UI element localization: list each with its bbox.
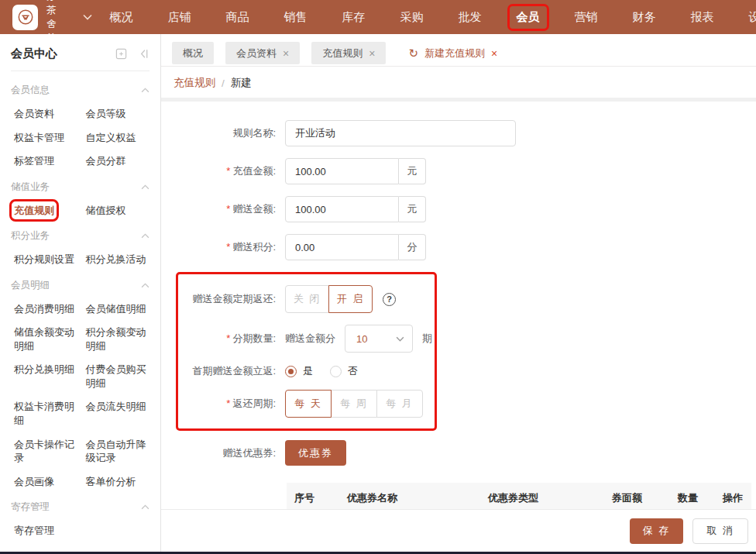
sidebar-item-权益卡消费明细[interactable]: 权益卡消费明细 [14,400,78,427]
tab-会员资料[interactable]: 会员资料× [225,42,300,64]
return-cycle-option-每月[interactable]: 每 月 [376,390,423,418]
sidebar-item-会员储值明细[interactable]: 会员储值明细 [86,302,150,316]
gift-amount-label: *赠送金额: [183,202,285,216]
coupon-column-优惠券类型: 优惠券类型 [480,491,604,505]
nav-item-会员[interactable]: 会员 [510,6,547,29]
nav-item-营销[interactable]: 营销 [568,6,605,29]
recharge-rule-form: 规则名称: *充值金额: 元 *赠送金额: 元 [161,102,756,509]
coupon-column-券面额: 券面额 [604,491,670,505]
sidebar-item-标签管理[interactable]: 标签管理 [14,154,78,168]
sidebar-section-储值业务[interactable]: 储值业务 [11,181,149,194]
chevron-up-icon [141,283,149,288]
sidebar-item-会员消费明细[interactable]: 会员消费明细 [14,302,78,316]
nav-item-店铺[interactable]: 店铺 [161,6,198,29]
nav-item-库存[interactable]: 库存 [335,6,373,29]
sidebar-title: 会员中心 [11,46,115,61]
top-navigation-bar: 姑苏茶舍 总部 概况店铺商品销售库存采购批发会员营销财务报表设置 应用 [0,0,756,34]
sidebar-section-会员明细[interactable]: 会员明细 [11,279,149,292]
nav-item-报表[interactable]: 报表 [684,6,721,29]
recharge-amount-input[interactable] [285,158,399,184]
nav-item-批发[interactable]: 批发 [452,6,489,29]
sidebar-item-会员分群[interactable]: 会员分群 [86,154,150,168]
sidebar-item-会员画像[interactable]: 会员画像 [14,475,78,489]
sidebar-section-寄存管理[interactable]: 寄存管理 [11,501,149,514]
app-window: 姑苏茶舍 总部 概况店铺商品销售库存采购批发会员营销财务报表设置 应用 会员中心 [0,0,756,554]
first-return-label: 首期赠送金额立返: [183,364,285,378]
sidebar-item-积分规则设置[interactable]: 积分规则设置 [14,253,78,267]
close-tab-icon[interactable]: × [369,47,375,60]
radio-selected-icon [285,366,297,377]
return-cycle-option-每天[interactable]: 每 天 [285,390,332,418]
first-return-no-radio[interactable]: 否 [330,364,358,378]
sidebar-item-付费会员购买明细[interactable]: 付费会员购买明细 [86,363,150,390]
chevron-up-icon [141,88,149,93]
return-cycle-group: 每 天每 周每 月 [285,390,423,418]
sidebar-item-寄存管理[interactable]: 寄存管理 [14,524,78,538]
nav-item-商品[interactable]: 商品 [219,6,256,29]
first-return-yes-radio[interactable]: 是 [285,364,313,378]
sidebar-item-会员资料[interactable]: 会员资料 [14,107,78,121]
gift-points-input[interactable] [285,234,399,260]
tab-充值规则[interactable]: 充值规则× [311,42,386,64]
chevron-up-icon [141,504,149,510]
open-tabs-bar: 概况会员资料×充值规则×↻新建充值规则× [161,34,756,67]
nav-item-财务[interactable]: 财务 [626,6,663,29]
main-content: 概况会员资料×充值规则×↻新建充值规则× 充值规则 / 新建 规则名称: *充值… [161,34,756,552]
sidebar-item-客单价分析[interactable]: 客单价分析 [86,475,150,489]
sidebar-section-积分业务[interactable]: 积分业务 [11,229,149,243]
rule-name-input[interactable] [285,120,516,146]
close-tab-icon[interactable]: × [491,47,497,60]
installments-select[interactable]: 10 [345,325,413,353]
sidebar-section-会员信息[interactable]: 会员信息 [11,84,149,97]
sidebar-item-积分兑换活动[interactable]: 积分兑换活动 [86,253,150,267]
chevron-up-icon [141,233,149,239]
periodic-return-on-button[interactable]: 开 启 [328,285,373,313]
tab-label: 充值规则 [322,46,363,60]
gift-amount-input[interactable] [285,196,399,222]
coupon-table: 序号优惠券名称优惠券类型券面额数量操作 [287,483,751,509]
help-icon[interactable]: ? [383,293,396,306]
coupon-table-header: 序号优惠券名称优惠券类型券面额数量操作 [287,483,751,509]
sidebar-item-会员自动升降级记录[interactable]: 会员自动升降级记录 [86,438,150,465]
form-action-bar: 保 存 取 消 [161,509,756,552]
nav-item-概况[interactable]: 概况 [103,6,140,29]
sidebar-item-会员卡操作记录[interactable]: 会员卡操作记录 [14,438,78,465]
save-button[interactable]: 保 存 [630,518,684,544]
gift-coupon-label: 赠送优惠券: [183,446,285,460]
sidebar-item-积分兑换明细[interactable]: 积分兑换明细 [14,363,78,390]
nav-item-采购[interactable]: 采购 [393,6,431,29]
tab-label: 会员资料 [236,46,277,60]
brand-logo-icon [12,5,38,30]
nav-item-销售[interactable]: 销售 [277,6,314,29]
tab-新建充值规则[interactable]: ↻新建充值规则× [397,42,508,64]
nav-item-设置[interactable]: 设置 [742,6,756,29]
breadcrumb-current: 新建 [231,76,252,90]
tab-概况[interactable]: 概况 [172,42,214,64]
periodic-return-off-button[interactable]: 关 闭 [285,285,329,313]
sidebar-item-储值余额变动明细[interactable]: 储值余额变动明细 [14,325,78,353]
breadcrumb-parent-link[interactable]: 充值规则 [174,76,215,90]
recharge-amount-label: *充值金额: [183,164,285,178]
coupon-button[interactable]: 优惠券 [285,440,346,466]
refresh-icon[interactable]: ↻ [408,47,418,59]
cancel-button[interactable]: 取 消 [692,518,748,544]
installments-suffix: 期 [422,332,432,346]
collapse-sidebar-icon[interactable] [138,48,149,60]
coupon-column-优惠券名称: 优惠券名称 [339,491,480,505]
sidebar-item-会员等级[interactable]: 会员等级 [86,107,150,121]
gift-points-unit: 分 [399,234,426,260]
return-cycle-option-每周[interactable]: 每 周 [331,390,377,418]
sidebar-item-权益卡管理[interactable]: 权益卡管理 [14,131,78,145]
sidebar-item-会员流失明细[interactable]: 会员流失明细 [86,400,150,427]
sidebar-item-充值规则[interactable]: 充值规则 [14,204,54,218]
new-window-icon[interactable] [115,48,127,60]
chevron-down-icon[interactable] [83,14,92,20]
sidebar-item-自定义权益[interactable]: 自定义权益 [86,131,150,145]
chevron-up-icon [141,184,149,190]
sidebar-item-积分余额变动明细[interactable]: 积分余额变动明细 [86,325,150,353]
gift-points-label: *赠送积分: [183,240,285,254]
recharge-amount-unit: 元 [399,158,426,184]
sidebar-item-储值授权[interactable]: 储值授权 [86,204,150,218]
coupon-column-序号: 序号 [287,491,339,505]
close-tab-icon[interactable]: × [283,47,289,60]
